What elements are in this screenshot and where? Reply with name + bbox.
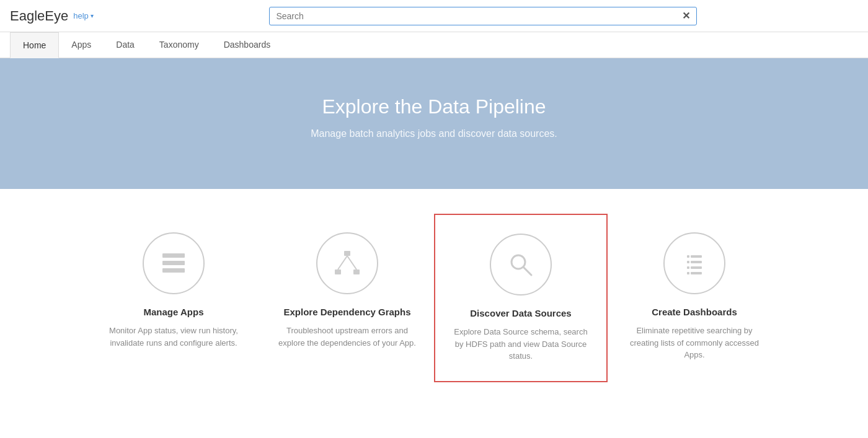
svg-rect-15: [687, 266, 689, 269]
manage-apps-desc: Monitor App status, view run history, in…: [102, 325, 246, 349]
card-create-dashboards[interactable]: Create Dashboards Eliminate repetitive s…: [608, 214, 781, 382]
help-link[interactable]: help ▾: [73, 11, 94, 20]
svg-line-6: [338, 256, 347, 269]
hero-title: Explore the Data Pipeline: [12, 95, 856, 118]
svg-line-7: [347, 256, 356, 269]
clear-icon[interactable]: ✕: [676, 7, 696, 24]
search-icon: [505, 248, 537, 281]
search-input[interactable]: [270, 7, 676, 25]
svg-rect-0: [162, 253, 185, 258]
svg-rect-13: [687, 261, 689, 263]
svg-rect-5: [353, 269, 360, 274]
card-manage-apps[interactable]: Manage Apps Monitor App status, view run…: [87, 214, 260, 382]
manage-apps-icon-circle: [143, 232, 205, 294]
header: EagleEye help ▾ ✕: [0, 0, 868, 32]
layers-icon: [157, 247, 190, 279]
nav-item-data[interactable]: Data: [104, 32, 147, 58]
nav-item-dashboards[interactable]: Dashboards: [211, 32, 283, 58]
main-nav: Home Apps Data Taxonomy Dashboards: [0, 32, 868, 58]
svg-rect-4: [335, 269, 341, 274]
graph-icon: [331, 247, 363, 279]
card-explore-dependency[interactable]: Explore Dependency Graphs Troubleshoot u…: [260, 214, 434, 382]
manage-apps-title: Manage Apps: [144, 307, 204, 317]
svg-rect-3: [344, 251, 350, 256]
logo: EagleEye: [10, 8, 68, 24]
svg-rect-10: [691, 255, 702, 258]
discover-data-title: Discover Data Sources: [470, 308, 571, 318]
svg-line-9: [523, 267, 531, 275]
hero-subtitle: Manage batch analytics jobs and discover…: [12, 128, 856, 139]
create-dashboards-icon-circle: [663, 232, 725, 294]
chevron-down-icon: ▾: [91, 12, 94, 19]
hero-section: Explore the Data Pipeline Manage batch a…: [0, 58, 868, 189]
svg-rect-2: [162, 268, 185, 273]
svg-rect-1: [162, 261, 185, 265]
card-discover-data[interactable]: Discover Data Sources Explore Data Sourc…: [434, 214, 608, 382]
svg-rect-12: [691, 261, 702, 263]
create-dashboards-title: Create Dashboards: [652, 307, 737, 317]
create-dashboards-desc: Eliminate repetitive searching by creati…: [622, 325, 766, 361]
explore-dependency-title: Explore Dependency Graphs: [283, 307, 410, 317]
list-icon: [678, 247, 711, 279]
search-bar: ✕: [269, 7, 697, 25]
nav-item-apps[interactable]: Apps: [59, 32, 104, 58]
svg-rect-14: [691, 266, 702, 269]
explore-dependency-icon-circle: [316, 232, 378, 294]
discover-data-desc: Explore Data Source schema, search by HD…: [450, 326, 591, 362]
explore-dependency-desc: Troubleshoot upstream errors and explore…: [275, 325, 419, 349]
svg-rect-16: [691, 272, 702, 274]
svg-rect-11: [687, 255, 689, 258]
nav-item-home[interactable]: Home: [10, 32, 59, 58]
cards-section: Manage Apps Monitor App status, view run…: [0, 189, 868, 407]
help-label: help: [73, 11, 89, 20]
nav-item-taxonomy[interactable]: Taxonomy: [147, 32, 211, 58]
svg-rect-17: [687, 272, 689, 274]
discover-data-icon-circle: [490, 234, 552, 296]
